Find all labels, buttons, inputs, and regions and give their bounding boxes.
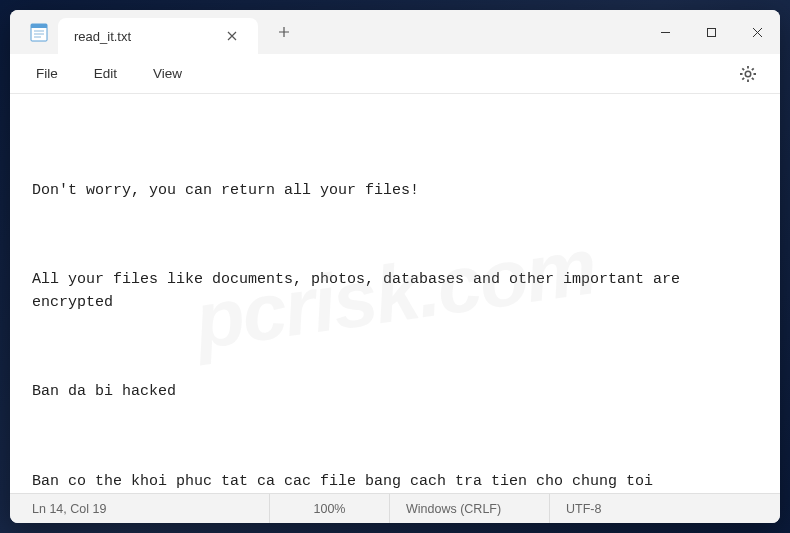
svg-rect-1 [31, 24, 47, 28]
menubar: File Edit View [10, 54, 780, 94]
svg-line-13 [752, 68, 754, 70]
content-line: All your files like documents, photos, d… [32, 269, 758, 314]
settings-button[interactable] [730, 58, 766, 90]
content-line: Don't worry, you can return all your fil… [32, 180, 758, 203]
tab-title: read_it.txt [74, 29, 218, 44]
menu-view[interactable]: View [135, 60, 200, 87]
maximize-button[interactable] [688, 10, 734, 54]
window-controls [642, 10, 780, 54]
svg-line-11 [752, 77, 754, 79]
tab-active[interactable]: read_it.txt [58, 18, 258, 54]
new-tab-button[interactable] [266, 14, 302, 50]
statusbar: Ln 14, Col 19 100% Windows (CRLF) UTF-8 [10, 493, 780, 523]
svg-rect-5 [707, 28, 715, 36]
status-position: Ln 14, Col 19 [10, 494, 270, 523]
minimize-button[interactable] [642, 10, 688, 54]
titlebar: read_it.txt [10, 10, 780, 54]
status-zoom[interactable]: 100% [270, 494, 390, 523]
status-eol: Windows (CRLF) [390, 494, 550, 523]
content-line: Ban co the khoi phuc tat ca cac file ban… [32, 471, 758, 494]
notepad-icon [28, 21, 50, 43]
menu-edit[interactable]: Edit [76, 60, 135, 87]
menu-file[interactable]: File [18, 60, 76, 87]
close-tab-icon[interactable] [218, 22, 246, 50]
text-content[interactable]: pcrisk.com Don't worry, you can return a… [10, 94, 780, 493]
content-line: Ban da bi hacked [32, 381, 758, 404]
gear-icon [739, 65, 757, 83]
close-window-button[interactable] [734, 10, 780, 54]
notepad-window: read_it.txt File Edit View [10, 10, 780, 523]
svg-line-12 [742, 77, 744, 79]
svg-line-10 [742, 68, 744, 70]
status-encoding: UTF-8 [550, 494, 780, 523]
